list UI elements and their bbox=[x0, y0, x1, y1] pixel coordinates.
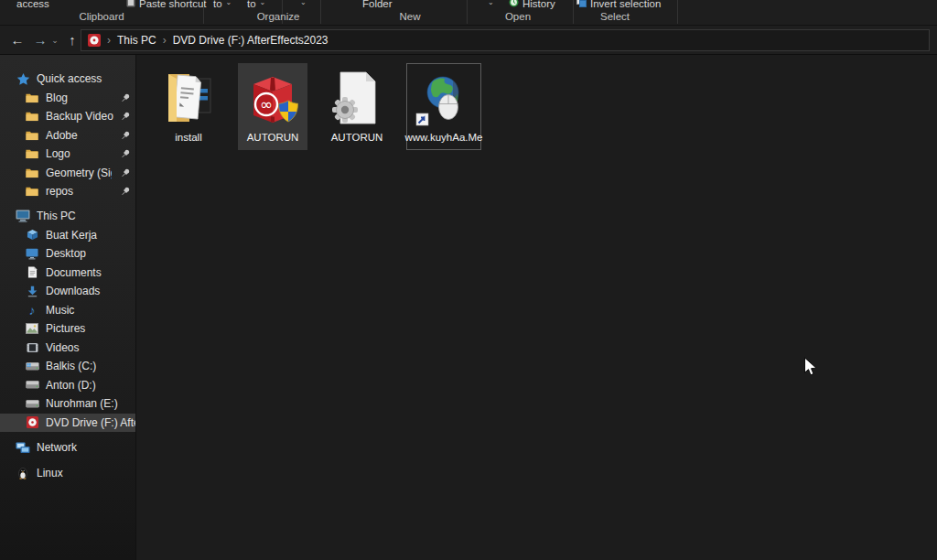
breadcrumb-this-pc[interactable]: This PC bbox=[117, 34, 156, 47]
invert-selection-button[interactable]: Invert selection bbox=[576, 0, 661, 9]
back-button[interactable]: ← bbox=[7, 30, 27, 50]
sidebar-item-label: Quick access bbox=[37, 72, 102, 85]
open-dropdown-button[interactable]: ⌄ bbox=[488, 0, 494, 9]
copy-to-button[interactable]: to ⌄ bbox=[247, 0, 265, 9]
move-to-label: to bbox=[213, 0, 222, 9]
ribbon-separator bbox=[677, 0, 678, 24]
up-button[interactable]: ↑ bbox=[62, 30, 82, 50]
file-list-area[interactable]: install ∞ bbox=[137, 55, 937, 560]
setup-information-icon bbox=[328, 69, 386, 127]
history-label: History bbox=[522, 0, 555, 9]
sidebar-item-geometry[interactable]: Geometry (Sign, Arr bbox=[0, 164, 135, 183]
folder-icon bbox=[25, 186, 39, 197]
picture-icon bbox=[25, 323, 39, 334]
desktop-icon bbox=[25, 248, 39, 260]
drive-icon bbox=[25, 399, 39, 409]
adobe-installer-box-icon: ∞ bbox=[243, 69, 302, 127]
sidebar-item-label: Balkis (C:) bbox=[46, 360, 96, 372]
paste-shortcut-button[interactable]: Paste shortcut bbox=[126, 0, 207, 9]
sidebar-item-blog[interactable]: Blog bbox=[0, 89, 135, 108]
sidebar-item-documents[interactable]: Documents bbox=[0, 264, 135, 283]
breadcrumb-chevron-icon: › bbox=[163, 34, 167, 47]
video-icon bbox=[25, 342, 39, 353]
sidebar-item-downloads[interactable]: Downloads bbox=[0, 282, 135, 301]
sidebar-item-label: Music bbox=[46, 304, 74, 317]
file-name: AUTORUN bbox=[331, 131, 383, 144]
address-box[interactable]: › This PC › DVD Drive (F:) AfterEffects2… bbox=[81, 29, 930, 51]
sidebar-item-adobe[interactable]: Adobe bbox=[0, 126, 135, 145]
sidebar-item-balkis-c[interactable]: Balkis (C:) bbox=[0, 357, 135, 376]
mouse-cursor bbox=[803, 357, 818, 381]
svg-text:∞: ∞ bbox=[260, 95, 273, 113]
sidebar-item-label: DVD Drive (F:) AfterEffe bbox=[46, 416, 135, 429]
file-name: www.kuyhAa.Me bbox=[405, 131, 483, 144]
linux-penguin-icon bbox=[16, 467, 30, 479]
forward-button[interactable]: → bbox=[30, 30, 50, 50]
sidebar-item-nurohman-e[interactable]: Nurohman (E:) bbox=[0, 394, 135, 414]
music-note-icon: ♪ bbox=[25, 304, 39, 317]
pin-icon[interactable] bbox=[121, 131, 130, 140]
sidebar-item-label: Adobe bbox=[46, 129, 78, 142]
pin-icon[interactable] bbox=[121, 168, 130, 178]
quick-access-star-icon bbox=[16, 72, 30, 86]
folder-icon bbox=[25, 111, 39, 122]
file-autorun-adobe[interactable]: ∞ AUTORUN bbox=[238, 63, 307, 150]
sidebar-item-dvd-drive-f[interactable]: DVD Drive (F:) AfterEffe bbox=[0, 414, 135, 433]
pin-icon[interactable] bbox=[121, 149, 130, 158]
dvd-drive-icon bbox=[88, 34, 101, 47]
move-to-button[interactable]: to ⌄ bbox=[213, 0, 232, 9]
sidebar-item-desktop[interactable]: Desktop bbox=[0, 244, 135, 264]
sidebar-item-buat-kerja[interactable]: Buat Kerja bbox=[0, 226, 135, 245]
network-icon bbox=[16, 442, 30, 454]
invert-selection-icon bbox=[576, 0, 587, 9]
this-pc-icon bbox=[16, 210, 30, 222]
file-name: install bbox=[175, 131, 201, 144]
history-button[interactable]: History bbox=[509, 0, 555, 9]
pin-to-quick-access-button[interactable]: access bbox=[16, 0, 49, 9]
ribbon: access Paste shortcut to ⌄ to ⌄ ⌄ Folder… bbox=[0, 0, 937, 26]
file-name: AUTORUN bbox=[247, 131, 299, 144]
open-folder-icon bbox=[159, 69, 218, 127]
sidebar-item-music[interactable]: ♪ Music bbox=[0, 301, 135, 320]
file-install-folder[interactable]: install bbox=[154, 63, 223, 150]
system-drive-icon bbox=[25, 361, 39, 372]
ribbon-group-open: Open bbox=[505, 11, 531, 22]
sidebar-item-repos[interactable]: repos bbox=[0, 182, 135, 201]
sidebar-item-quick-access[interactable]: Quick access bbox=[0, 70, 135, 89]
sidebar-item-linux[interactable]: Linux bbox=[0, 464, 135, 483]
chevron-down-icon: ⌄ bbox=[260, 0, 266, 6]
recent-locations-button[interactable]: ⌄ bbox=[48, 30, 61, 50]
ribbon-group-new: New bbox=[399, 11, 420, 22]
file-kuyhaa-shortcut[interactable]: www.kuyhAa.Me bbox=[406, 63, 481, 150]
breadcrumb-current-folder[interactable]: DVD Drive (F:) AfterEffects2023 bbox=[173, 34, 328, 47]
sidebar-item-logo[interactable]: Logo bbox=[0, 145, 135, 164]
ribbon-separator bbox=[320, 0, 321, 24]
sidebar-item-backup-video[interactable]: Backup Video bbox=[0, 107, 135, 126]
ribbon-group-select: Select bbox=[600, 11, 630, 22]
file-tiles: install ∞ bbox=[154, 63, 481, 150]
pin-icon[interactable] bbox=[121, 93, 130, 102]
address-bar: ← → ⌄ ↑ › This PC › DVD Drive (F:) After… bbox=[0, 26, 937, 55]
pin-to-quick-access-label: access bbox=[16, 0, 49, 9]
breadcrumb-chevron-icon: › bbox=[107, 34, 111, 47]
sidebar-item-anton-d[interactable]: Anton (D:) bbox=[0, 376, 135, 395]
sidebar-item-videos[interactable]: Videos bbox=[0, 339, 135, 358]
sidebar-item-pictures[interactable]: Pictures bbox=[0, 319, 135, 339]
organize-dropdown-button[interactable]: ⌄ bbox=[300, 0, 307, 9]
file-autorun-inf[interactable]: AUTORUN bbox=[322, 63, 392, 150]
navigation-pane: Quick access Blog Backup Video Adobe Log bbox=[0, 55, 136, 560]
ribbon-separator bbox=[573, 0, 574, 24]
forward-arrow-icon: → bbox=[34, 32, 48, 48]
new-folder-label: Folder bbox=[362, 0, 393, 9]
sidebar-item-label: Anton (D:) bbox=[46, 379, 96, 392]
sidebar-item-label: Network bbox=[37, 441, 77, 454]
new-folder-button[interactable]: Folder bbox=[362, 0, 393, 9]
chevron-down-icon: ⌄ bbox=[488, 0, 494, 6]
pin-icon[interactable] bbox=[121, 112, 130, 121]
pin-icon[interactable] bbox=[121, 187, 130, 196]
sidebar-item-label: Logo bbox=[46, 147, 70, 160]
sidebar-item-this-pc[interactable]: This PC bbox=[0, 207, 135, 226]
sidebar-item-label: Videos bbox=[46, 341, 79, 354]
copy-to-label: to bbox=[247, 0, 256, 9]
sidebar-item-network[interactable]: Network bbox=[0, 438, 135, 458]
